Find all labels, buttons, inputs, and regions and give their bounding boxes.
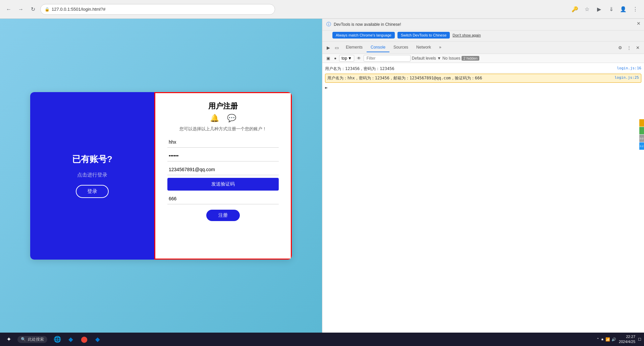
taskbar-vscode-app[interactable]: ◆ bbox=[65, 333, 77, 345]
match-language-button[interactable]: Always match Chrome's language bbox=[332, 32, 395, 39]
bookmark-icon[interactable]: ☆ bbox=[582, 5, 592, 14]
devtools-panel: ⓘ DevTools is now available in Chinese! … bbox=[322, 19, 644, 333]
webpage-area: 已有账号? 点击进行登录 登录 用户注册 🔔 💬 您可以选择以上几种方式注册一个… bbox=[0, 19, 322, 333]
side-indicator-orange bbox=[639, 119, 644, 127]
tab-more[interactable]: » bbox=[435, 43, 445, 52]
code-input[interactable] bbox=[167, 193, 279, 204]
taskbar-edge-app[interactable]: ◆ bbox=[92, 333, 104, 345]
top-label: top bbox=[341, 56, 347, 61]
filter-input[interactable] bbox=[364, 55, 411, 62]
tab-sources[interactable]: Sources bbox=[389, 43, 412, 52]
notification-buttons: Always match Chrome's language Switch De… bbox=[322, 30, 644, 42]
login-button[interactable]: 登录 bbox=[76, 185, 109, 198]
taskbar-apps: 🌐 ◆ ⬤ ◆ bbox=[51, 333, 104, 345]
expand-icon[interactable]: ► bbox=[325, 85, 328, 90]
username-input[interactable] bbox=[167, 137, 279, 148]
bell-icon[interactable]: 🔔 bbox=[210, 114, 219, 123]
console-output[interactable]: 用户名为：123456，密码为：123456 login.js:16 用户名为：… bbox=[322, 63, 644, 333]
taskbar-ie-app[interactable]: 🌐 bbox=[51, 333, 63, 345]
left-panel: 已有账号? 点击进行登录 登录 bbox=[30, 92, 154, 260]
password-input[interactable] bbox=[167, 150, 279, 161]
switch-devtools-button[interactable]: Switch DevTools to Chinese bbox=[397, 32, 450, 39]
element-picker-icon[interactable]: ▶ bbox=[325, 44, 332, 51]
browser-chrome: ← → ↻ 🔒 127.0.0.1:5501/login.html?# 🔑 ☆ … bbox=[0, 0, 644, 19]
console-layout-icon[interactable]: ▣ bbox=[325, 55, 331, 61]
menu-icon[interactable]: ⋮ bbox=[631, 5, 640, 14]
devtools-secondary-toolbar: ▣ ● top ▼ 👁 Default levels ▼ No Issues 2… bbox=[322, 54, 644, 63]
tab-network[interactable]: Network bbox=[412, 43, 435, 52]
dont-show-again-button[interactable]: Don't show again bbox=[452, 33, 481, 37]
top-dropdown[interactable]: top ▼ bbox=[339, 55, 354, 62]
lock-icon: 🔒 bbox=[45, 7, 50, 12]
already-have-account-heading: 已有账号? bbox=[72, 153, 112, 165]
taskbar-chrome-app[interactable]: ⬤ bbox=[78, 333, 90, 345]
close-devtools-icon[interactable]: ✕ bbox=[634, 44, 641, 51]
wechat-icon[interactable]: 💬 bbox=[227, 114, 236, 123]
form-fields: 发送验证码 注册 bbox=[167, 137, 279, 221]
taskbar-icons: ⌃ ★ 📶 🔊 bbox=[596, 337, 616, 342]
console-entry-1: 用户名为：123456，密码为：123456 login.js:16 bbox=[325, 65, 641, 73]
side-indicator-blue: 0.2 bbox=[639, 142, 644, 150]
taskbar-up-arrow[interactable]: ⌃ bbox=[596, 337, 599, 342]
address-bar[interactable]: 🔒 127.0.0.1:5501/login.html?# bbox=[40, 4, 275, 15]
taskbar-date: 2024/4/25 bbox=[619, 339, 635, 344]
browser-actions: 🔑 ☆ ▶ ⇓ 👤 ⋮ bbox=[570, 5, 640, 14]
forward-button[interactable]: → bbox=[16, 5, 25, 14]
reload-button[interactable]: ↻ bbox=[28, 5, 38, 14]
email-input[interactable] bbox=[167, 164, 279, 175]
default-levels-button[interactable]: Default levels ▼ bbox=[412, 56, 441, 61]
console-entry-1-link[interactable]: login.js:16 bbox=[617, 66, 641, 70]
default-levels-label: Default levels bbox=[412, 56, 436, 61]
icons-row: 🔔 💬 bbox=[210, 114, 236, 123]
devtools-right-icons: ⚙ ⋮ ✕ bbox=[616, 44, 641, 51]
more-options-icon[interactable]: ⋮ bbox=[625, 44, 633, 51]
start-button[interactable]: ✦ bbox=[3, 333, 15, 345]
tab-console[interactable]: Console bbox=[367, 43, 389, 52]
clear-console-icon[interactable]: ● bbox=[333, 55, 338, 61]
back-button[interactable]: ← bbox=[4, 5, 13, 14]
eye-icon[interactable]: 👁 bbox=[356, 55, 362, 61]
no-issues-badge: No Issues bbox=[442, 56, 460, 61]
tab-elements[interactable]: Elements bbox=[342, 43, 367, 52]
console-entry-2: 用户名为：hhx，密码为：123456，邮箱为：1234567891@qq.co… bbox=[325, 74, 641, 83]
download-icon[interactable]: ⇓ bbox=[606, 5, 616, 14]
taskbar-shield-icon: ★ bbox=[601, 337, 604, 342]
info-icon: ⓘ bbox=[326, 21, 331, 27]
notification-close-button[interactable]: ✕ bbox=[637, 21, 641, 26]
console-entry-2-link[interactable]: login.js:25 bbox=[614, 75, 639, 80]
console-expand-area: ► bbox=[325, 85, 641, 90]
notification-text: DevTools is now available in Chinese! bbox=[334, 22, 401, 27]
taskbar-right: ⌃ ★ 📶 🔊 22:27 2024/4/25 ☐ bbox=[596, 334, 641, 345]
taskbar-network-icon: 📶 bbox=[605, 337, 610, 342]
url-text: 127.0.0.1:5501/login.html?# bbox=[52, 7, 105, 12]
console-entry-2-text: 用户名为：hhx，密码为：123456，邮箱为：1234567891@qq.co… bbox=[327, 75, 612, 81]
side-indicator-gray: 0.0 bbox=[639, 135, 644, 142]
settings-icon[interactable]: ⚙ bbox=[616, 44, 624, 51]
register-submit-button[interactable]: 注册 bbox=[206, 210, 240, 221]
click-to-login-text: 点击进行登录 bbox=[77, 172, 107, 178]
devtools-tabs: Elements Console Sources Network » bbox=[342, 43, 615, 52]
register-card: 已有账号? 点击进行登录 登录 用户注册 🔔 💬 您可以选择以上几种方式注册一个… bbox=[30, 92, 292, 260]
register-subtitle: 您可以选择以上几种方式注册一个您的账户！ bbox=[179, 126, 267, 132]
console-entry-1-text: 用户名为：123456，密码为：123456 bbox=[325, 66, 614, 72]
devtools-top-toolbar: ▶ ▭ Elements Console Sources Network » ⚙… bbox=[322, 42, 644, 54]
register-title: 用户注册 bbox=[208, 101, 238, 111]
right-panel: 用户注册 🔔 💬 您可以选择以上几种方式注册一个您的账户！ 发送验证码 注册 bbox=[154, 92, 292, 260]
devtools-notification: ⓘ DevTools is now available in Chinese! … bbox=[322, 19, 644, 30]
send-code-button[interactable]: 发送验证码 bbox=[167, 178, 279, 191]
taskbar-time: 22:27 bbox=[626, 334, 635, 339]
main-area: 已有账号? 点击进行登录 登录 用户注册 🔔 💬 您可以选择以上几种方式注册一个… bbox=[0, 19, 644, 333]
taskbar-search-area[interactable]: 🔍 此处搜索 bbox=[17, 336, 47, 343]
side-indicator-green bbox=[639, 127, 644, 134]
device-toggle-icon[interactable]: ▭ bbox=[333, 44, 340, 51]
password-manager-icon[interactable]: 🔑 bbox=[570, 5, 580, 14]
top-dropdown-arrow: ▼ bbox=[348, 56, 352, 61]
taskbar-clock: 22:27 2024/4/25 bbox=[619, 334, 635, 345]
side-indicators: 0.0 0.2 bbox=[639, 119, 644, 150]
taskbar-search-text: 此处搜索 bbox=[28, 337, 44, 342]
hidden-count-badge: 2 hidden bbox=[462, 56, 479, 61]
taskbar-notification-icon[interactable]: ☐ bbox=[638, 337, 641, 342]
profile-icon[interactable]: 👤 bbox=[619, 5, 628, 14]
media-router-icon[interactable]: ▶ bbox=[594, 5, 604, 14]
taskbar: ✦ 🔍 此处搜索 🌐 ◆ ⬤ ◆ ⌃ ★ 📶 🔊 22:27 2024/4/25… bbox=[0, 333, 644, 346]
